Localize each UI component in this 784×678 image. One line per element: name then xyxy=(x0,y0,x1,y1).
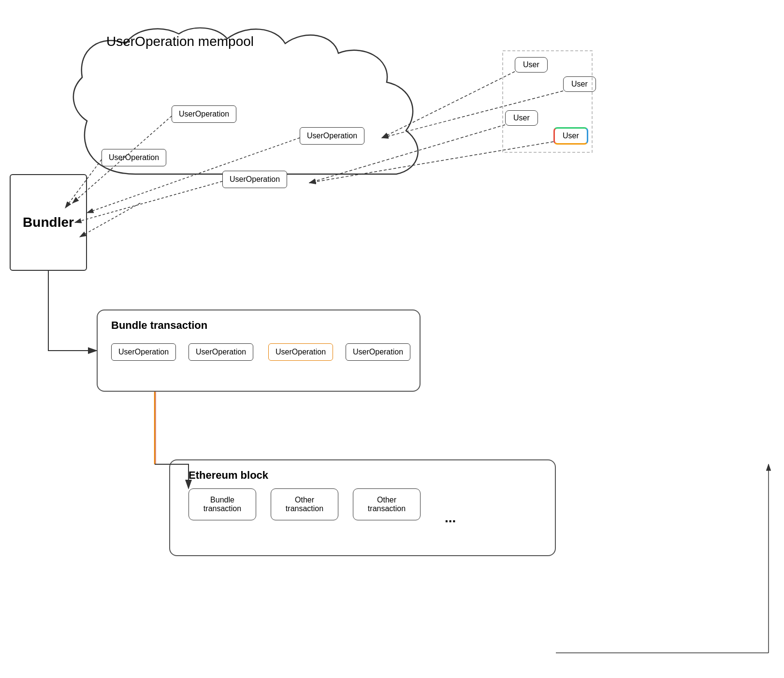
bundle-transaction-label: Bundle transaction xyxy=(111,319,207,332)
bundle-uo-2: UserOperation xyxy=(189,343,253,361)
eth-tx-3: Othertransaction xyxy=(353,488,421,520)
bundle-uo-4: UserOperation xyxy=(346,343,410,361)
eth-block-label: Ethereum block xyxy=(189,469,268,482)
cloud-label: UserOperation mempool xyxy=(106,34,254,49)
diagram-container: UserOperation mempool UserOperation User… xyxy=(0,0,784,678)
eth-tx-1: Bundletransaction xyxy=(189,488,256,520)
user-box-3: User xyxy=(505,110,538,126)
user-box-1: User xyxy=(515,57,548,73)
eth-tx-2: Othertransaction xyxy=(271,488,338,520)
bundle-uo-3: UserOperation xyxy=(268,343,333,361)
bundler-box: Bundler xyxy=(10,174,87,271)
bundle-uo-1: UserOperation xyxy=(111,343,176,361)
ellipsis: ... xyxy=(445,510,456,526)
uo-box-2: UserOperation xyxy=(300,127,364,145)
user-box-2: User xyxy=(563,76,596,92)
uo-box-1: UserOperation xyxy=(172,105,236,123)
uo-box-4: UserOperation xyxy=(222,171,287,188)
user-box-4: User xyxy=(553,127,588,145)
uo-box-3: UserOperation xyxy=(102,149,166,166)
